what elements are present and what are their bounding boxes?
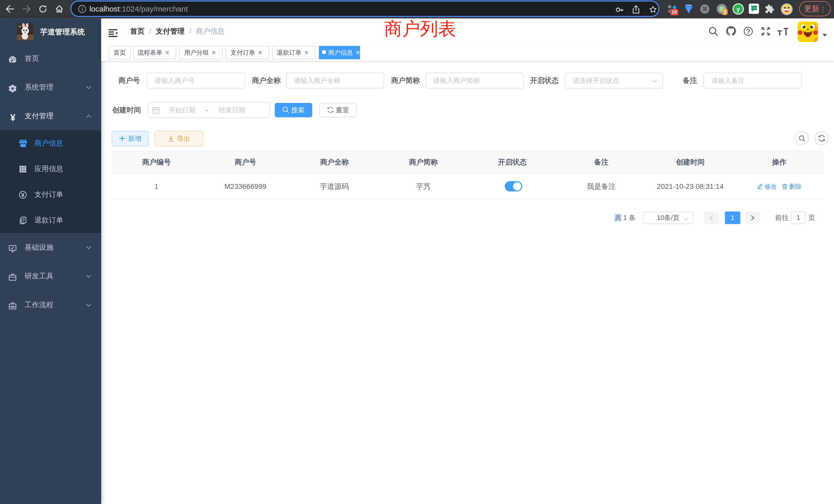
svg-text:⌘: ⌘ — [702, 6, 708, 12]
svg-text:y: y — [737, 6, 740, 13]
svg-text:¥: ¥ — [10, 113, 16, 122]
